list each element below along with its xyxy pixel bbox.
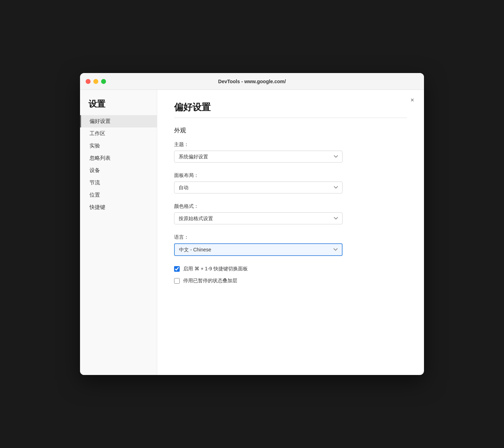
color-format-label: 颜色格式： (174, 203, 407, 210)
sidebar-item-throttling[interactable]: 节流 (80, 177, 157, 189)
color-format-group: 颜色格式： 按原始格式设置 HEX RGB HSL (174, 203, 407, 224)
language-group: 语言： 中文 - Chinese English 日本語 한국어 (174, 234, 407, 256)
language-label: 语言： (174, 234, 407, 241)
sidebar-item-devices[interactable]: 设备 (80, 164, 157, 177)
sidebar-item-preferences[interactable]: 偏好设置 (80, 115, 157, 127)
minimize-button[interactable] (93, 79, 98, 84)
language-select[interactable]: 中文 - Chinese English 日本語 한국어 (174, 243, 343, 256)
panel-layout-group: 面板布局： 自动 水平 垂直 (174, 172, 407, 193)
sidebar-item-ignore-list[interactable]: 忽略列表 (80, 152, 157, 164)
sidebar-item-locations[interactable]: 位置 (80, 189, 157, 201)
panel-layout-select[interactable]: 自动 水平 垂直 (174, 182, 343, 193)
disable-overlay-group: 停用已暂停的状态叠加层 (174, 278, 407, 284)
theme-group: 主题： 系统偏好设置 浅色 深色 (174, 141, 407, 163)
close-button[interactable] (86, 79, 91, 84)
cmd-shortcut-checkbox[interactable] (174, 266, 180, 272)
panel-layout-label: 面板布局： (174, 172, 407, 179)
sidebar: 设置 偏好设置 工作区 实验 忽略列表 设备 节流 位置 快捷键 (80, 90, 157, 375)
close-dialog-button[interactable]: × (407, 95, 417, 105)
theme-label: 主题： (174, 141, 407, 148)
appearance-section-title: 外观 (174, 126, 407, 134)
sidebar-item-experiments[interactable]: 实验 (80, 140, 157, 152)
devtools-window: DevTools - www.google.com/ 设置 偏好设置 工作区 实… (80, 73, 424, 375)
page-title: 偏好设置 (174, 101, 407, 113)
sidebar-title: 设置 (80, 98, 157, 115)
cmd-shortcut-label[interactable]: 启用 ⌘ + 1-9 快捷键切换面板 (183, 266, 248, 272)
appearance-section: 外观 主题： 系统偏好设置 浅色 深色 面板布局： 自动 水平 (174, 126, 407, 284)
disable-overlay-checkbox[interactable] (174, 278, 180, 284)
cmd-shortcut-group: 启用 ⌘ + 1-9 快捷键切换面板 (174, 266, 407, 272)
titlebar: DevTools - www.google.com/ (80, 73, 424, 90)
window-title: DevTools - www.google.com/ (218, 79, 286, 84)
main-content: 设置 偏好设置 工作区 实验 忽略列表 设备 节流 位置 快捷键 × 偏好设置 … (80, 90, 424, 375)
sidebar-nav: 偏好设置 工作区 实验 忽略列表 设备 节流 位置 快捷键 (80, 115, 157, 213)
content-area: × 偏好设置 外观 主题： 系统偏好设置 浅色 深色 面板布局： (157, 90, 424, 375)
sidebar-item-shortcuts[interactable]: 快捷键 (80, 201, 157, 213)
traffic-lights (86, 79, 106, 84)
disable-overlay-label[interactable]: 停用已暂停的状态叠加层 (183, 278, 237, 284)
maximize-button[interactable] (101, 79, 106, 84)
color-format-select[interactable]: 按原始格式设置 HEX RGB HSL (174, 212, 343, 224)
theme-select[interactable]: 系统偏好设置 浅色 深色 (174, 151, 343, 163)
sidebar-item-workspace[interactable]: 工作区 (80, 127, 157, 140)
title-divider (174, 118, 407, 118)
